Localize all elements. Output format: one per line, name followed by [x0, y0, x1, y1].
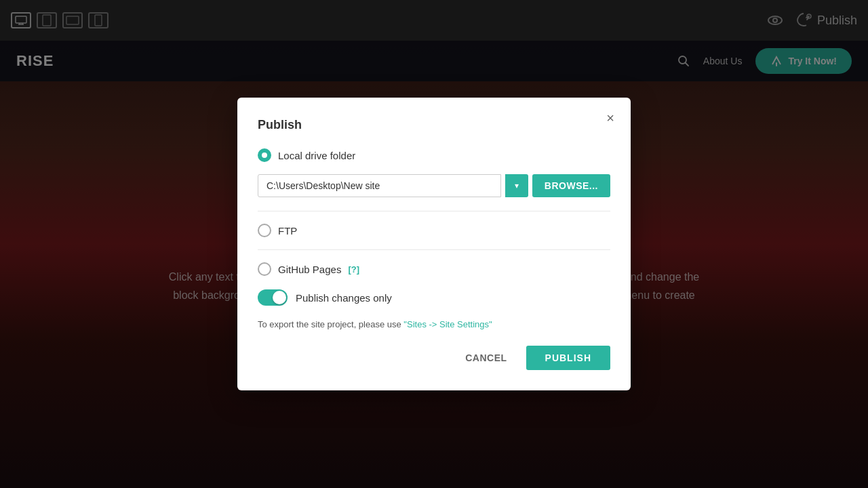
modal-footer: CANCEL PUBLISH: [258, 346, 610, 370]
local-drive-radio[interactable]: [258, 148, 271, 162]
modal-close-button[interactable]: ×: [601, 108, 620, 127]
separator-1: [258, 211, 610, 211]
path-input-field[interactable]: [258, 174, 501, 197]
publish-changes-toggle[interactable]: [258, 289, 288, 306]
publish-modal: Publish × Local drive folder ▾ BROWSE...…: [237, 98, 631, 390]
cancel-button[interactable]: CANCEL: [454, 346, 517, 370]
path-dropdown-button[interactable]: ▾: [505, 174, 528, 197]
ftp-option[interactable]: FTP: [258, 224, 610, 237]
github-pages-option[interactable]: GitHub Pages [?]: [258, 262, 610, 276]
github-help-link[interactable]: [?]: [348, 264, 359, 274]
separator-2: [258, 249, 610, 250]
toggle-row: Publish changes only: [258, 289, 610, 306]
browse-button[interactable]: BROWSE...: [532, 174, 610, 197]
github-radio[interactable]: [258, 262, 271, 276]
ftp-radio[interactable]: [258, 224, 271, 237]
site-settings-link[interactable]: "Sites -> Site Settings": [403, 319, 492, 329]
modal-overlay: Publish × Local drive folder ▾ BROWSE...…: [0, 0, 868, 488]
local-drive-label: Local drive folder: [278, 150, 355, 161]
export-text-prefix: To export the site project, please use: [258, 319, 403, 329]
export-text: To export the site project, please use "…: [258, 319, 610, 329]
toggle-knob: [273, 291, 286, 304]
github-label: GitHub Pages: [278, 264, 341, 275]
dropdown-arrow-icon: ▾: [515, 181, 519, 190]
modal-title: Publish: [258, 118, 610, 132]
toggle-label: Publish changes only: [296, 292, 392, 304]
local-drive-option[interactable]: Local drive folder: [258, 148, 610, 162]
path-input-row: ▾ BROWSE...: [258, 174, 610, 197]
ftp-label: FTP: [278, 225, 297, 237]
publish-button[interactable]: PUBLISH: [526, 346, 610, 370]
